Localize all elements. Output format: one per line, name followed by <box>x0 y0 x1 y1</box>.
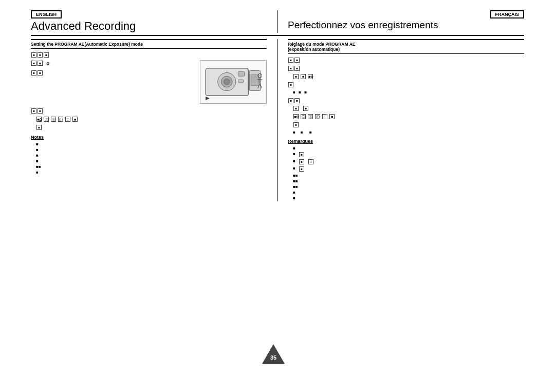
fr-notes: Remarques ■ ■■ ■■□ ■■ ■■ ■■ ■■ ■ ■ <box>288 139 524 200</box>
page-number: 35 <box>270 354 276 361</box>
en-step3: ■■ <box>31 108 267 114</box>
page-number-area: 35 <box>262 344 285 364</box>
camera-diagram: ▶ <box>200 60 267 105</box>
lang-badge-en: ENGLISH <box>31 10 62 18</box>
svg-rect-4 <box>238 72 245 77</box>
en-notes: Notes ■ ■ ■ ■ ■■ ■ <box>31 135 267 175</box>
fr-icons-row: ■✿ ⓟ ⓢ ⓣ □ ■ <box>293 114 524 120</box>
en-icon-label: ■ <box>36 124 267 130</box>
en-step-indicator: ■■■ <box>31 52 267 58</box>
svg-point-3 <box>224 79 230 85</box>
fr-icon-labels: ■ <box>293 122 524 128</box>
fr-subsection-title: Réglage du mode PROGRAM AE (exposition a… <box>288 39 524 54</box>
fr-steps-text: ■■ ■ ■ ■✿ ■ ■ ■ ■ ■■ <box>288 65 524 111</box>
fr-extra-text: ■■ ■ <box>293 130 524 135</box>
svg-text:▶: ▶ <box>206 96 210 101</box>
fr-step-indicator: ■■ <box>288 57 524 63</box>
lang-badge-fr: FRANÇAIS <box>490 10 525 18</box>
title-fr: Perfectionnez vos enregistrements <box>288 20 524 31</box>
page-container: ENGLISH Advanced Recording FRANÇAIS Perf… <box>0 0 555 392</box>
svg-rect-7 <box>251 75 259 86</box>
en-steps-text: ■■ ✿ ■■ <box>31 60 200 77</box>
title-en: Advanced Recording <box>31 20 267 33</box>
en-subsection-title: Setting the PROGRAM AE(Automatic Exposur… <box>31 39 267 49</box>
french-column: Réglage du mode PROGRAM AE (exposition a… <box>278 39 524 201</box>
english-column: Setting the PROGRAM AE(Automatic Exposur… <box>31 39 278 201</box>
en-icons-row: ■✿ ⓟ ⓢ ⓣ □ ■ <box>36 116 267 122</box>
svg-rect-5 <box>238 80 244 83</box>
